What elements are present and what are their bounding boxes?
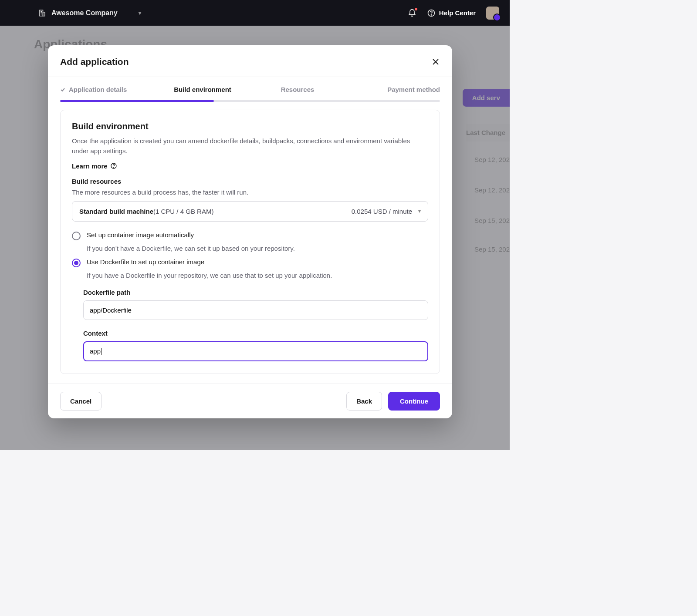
radio-dockerfile[interactable]: [72, 259, 81, 267]
radio-dockerfile-label: Use Dockerfile to set up container image: [87, 258, 204, 266]
learn-more-link[interactable]: Learn more: [72, 162, 428, 170]
building-icon: [38, 9, 46, 17]
company-name: Awesome Company: [51, 9, 118, 17]
help-center-label: Help Center: [439, 9, 476, 17]
step-payment-method[interactable]: Payment method: [345, 86, 440, 100]
build-environment-card: Build environment Once the application i…: [60, 110, 440, 374]
continue-button[interactable]: Continue: [388, 392, 440, 411]
svg-rect-1: [43, 12, 45, 16]
option-auto-container[interactable]: Set up container image automatically: [72, 231, 428, 240]
build-machine-name: Standard build machine: [79, 208, 153, 215]
build-resources-label: Build resources: [72, 178, 428, 185]
chevron-down-icon: ▾: [418, 208, 421, 214]
card-description: Once the application is created you can …: [72, 136, 428, 156]
progress-track: [60, 100, 440, 102]
dockerfile-path-input[interactable]: [83, 300, 428, 320]
cancel-button[interactable]: Cancel: [60, 392, 102, 411]
radio-auto-help: If you don't have a Dockerfile, we can s…: [87, 245, 428, 252]
stepper: Application details Build environment Re…: [48, 77, 452, 100]
progress-fill: [60, 100, 214, 102]
check-icon: [60, 87, 65, 92]
card-heading: Build environment: [72, 121, 428, 131]
notification-dot-icon: [415, 8, 417, 10]
radio-dockerfile-help: If you have a Dockerfile in your reposit…: [87, 272, 428, 279]
radio-auto[interactable]: [72, 232, 81, 240]
build-machine-spec: (1 CPU / 4 GB RAM): [153, 208, 213, 215]
radio-auto-label: Set up container image automatically: [87, 231, 194, 239]
add-application-modal: Add application Application details Buil…: [48, 45, 452, 418]
context-input[interactable]: app: [83, 341, 428, 362]
build-machine-select[interactable]: Standard build machine (1 CPU / 4 GB RAM…: [72, 201, 428, 222]
context-label: Context: [83, 330, 428, 337]
close-button[interactable]: [431, 57, 440, 66]
help-center-link[interactable]: Help Center: [427, 9, 476, 17]
back-button[interactable]: Back: [346, 392, 382, 411]
build-resources-help: The more resources a build process has, …: [72, 189, 428, 196]
avatar[interactable]: [486, 7, 499, 20]
modal-title: Add application: [60, 57, 129, 67]
dockerfile-path-label: Dockerfile path: [83, 289, 428, 296]
chevron-down-icon: ▾: [139, 10, 141, 16]
app-header: Awesome Company ▾ Help Center: [0, 0, 510, 26]
option-dockerfile-container[interactable]: Use Dockerfile to set up container image: [72, 258, 428, 267]
step-resources[interactable]: Resources: [250, 86, 345, 100]
company-switcher[interactable]: Awesome Company ▾: [38, 9, 141, 17]
svg-point-10: [113, 167, 114, 168]
build-machine-price: 0.0254 USD / minute: [352, 208, 412, 215]
notifications-button[interactable]: [408, 9, 416, 17]
step-application-details[interactable]: Application details: [60, 86, 155, 100]
help-icon: [110, 162, 117, 169]
svg-point-6: [431, 14, 431, 15]
step-build-environment[interactable]: Build environment: [155, 86, 250, 100]
